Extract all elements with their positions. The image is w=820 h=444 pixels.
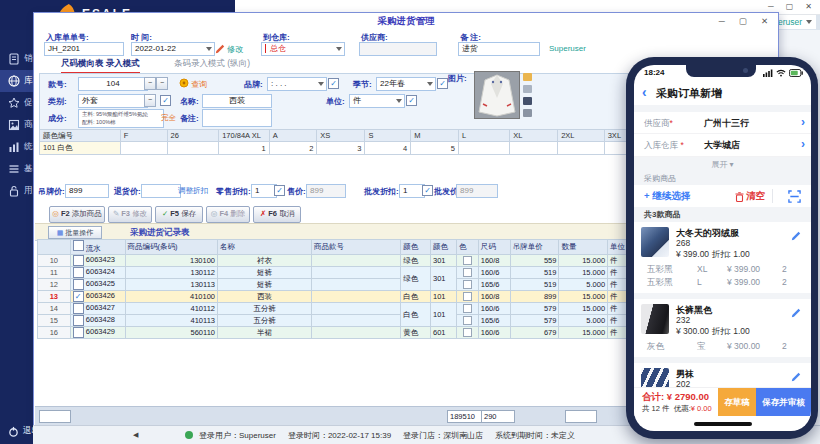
clear-button[interactable]: 清空	[735, 190, 765, 203]
product-thumbnail	[641, 227, 669, 257]
style-minus2-button[interactable]: −	[156, 77, 168, 90]
power-icon	[8, 426, 19, 437]
supplier-input[interactable]	[359, 42, 437, 56]
brand-checkbox[interactable]	[328, 78, 339, 89]
dialog-maximize-icon[interactable]: ▢	[739, 16, 747, 26]
close-icon[interactable]: ✕	[805, 1, 812, 12]
pic-phone-icon[interactable]	[523, 97, 532, 105]
wholesale-price-input[interactable]: 899	[456, 184, 498, 198]
sidebar-item-6[interactable]: 用户	[0, 180, 33, 202]
query-link[interactable]: 查询	[191, 79, 207, 90]
sidebar-item-1[interactable]: 库存	[0, 70, 33, 92]
matrix-qty-cell[interactable]	[167, 142, 219, 155]
continue-select-button[interactable]: + 继续选择	[644, 190, 690, 203]
matrix-qty-cell[interactable]	[120, 142, 167, 155]
delete-button[interactable]: ◎ F4 删除	[206, 206, 250, 223]
return-price-input[interactable]	[141, 184, 181, 198]
battery-icon	[789, 69, 803, 77]
row-checkbox[interactable]	[73, 267, 84, 278]
supplier-field[interactable]: 供应商* 广州十三行 ›	[634, 112, 811, 134]
note-input[interactable]	[202, 109, 272, 127]
warehouse-select[interactable]: 总仓	[261, 42, 345, 56]
remark-input[interactable]: 进货	[458, 42, 540, 56]
pic-delete-icon[interactable]	[523, 85, 532, 93]
chart-icon	[8, 141, 20, 153]
tab-barcode-mode[interactable]: 条码录入模式 (纵向)	[174, 58, 250, 70]
modify-button[interactable]: ✎ F3 修改	[108, 206, 152, 223]
tab-size-grid-mode[interactable]: 尺码横向表 录入模式	[61, 58, 140, 74]
expand-toggle[interactable]: 展开 ▾	[634, 157, 811, 172]
brand-select[interactable]: : . . .	[267, 77, 327, 91]
matrix-qty-cell[interactable]: 4	[365, 142, 411, 155]
edit-pencil-icon[interactable]	[791, 308, 801, 318]
warehouse-field-value: 大学城店	[704, 139, 740, 152]
minimize-icon[interactable]: ─	[768, 1, 774, 12]
wholesale-checkbox[interactable]	[422, 185, 433, 196]
add-product-button[interactable]: ◎ F2 添加商品	[49, 206, 105, 223]
unit-select[interactable]: 件	[349, 94, 405, 108]
cancel-button[interactable]: ✗ F6 取消	[253, 206, 301, 223]
collapse-arrow-icon[interactable]: ◀	[133, 431, 138, 439]
sidebar-item-3[interactable]: 商品	[0, 114, 33, 136]
matrix-qty-cell[interactable]: 5	[411, 142, 459, 155]
adjust-discount-link[interactable]: 调整折扣	[178, 186, 208, 196]
unit-checkbox[interactable]	[406, 95, 417, 106]
row-checkbox[interactable]	[73, 327, 84, 338]
color-swatch	[463, 280, 472, 289]
sidebar-item-2[interactable]: 促销	[0, 92, 33, 114]
matrix-qty-cell[interactable]	[458, 142, 509, 155]
row-checkbox[interactable]	[73, 303, 84, 314]
modify-link[interactable]: 修改	[227, 44, 243, 55]
composition-input[interactable]: 主料: 95%聚酯纤维5%氨纶 配料: 100%棉	[78, 109, 164, 128]
season-checkbox[interactable]	[437, 78, 448, 89]
color-swatch	[463, 328, 472, 337]
complete-link[interactable]: 完全	[161, 113, 176, 123]
matrix-qty-cell[interactable]: 2	[269, 142, 317, 155]
scan-icon[interactable]	[788, 189, 801, 207]
save-button[interactable]: ✓ F5 保存	[155, 206, 203, 223]
maximize-icon[interactable]: ▢	[786, 1, 794, 12]
edit-pencil-icon[interactable]	[791, 231, 801, 241]
row-checkbox[interactable]	[73, 255, 84, 266]
retail-checkbox[interactable]	[274, 185, 285, 196]
name-input[interactable]: 西装	[202, 94, 272, 108]
retail-price-input[interactable]: 899	[306, 184, 346, 198]
dialog-user-hint: Superuser	[549, 44, 586, 53]
style-no-input[interactable]: 104	[78, 77, 148, 91]
edit-pencil-icon[interactable]	[791, 372, 801, 382]
back-chevron-icon[interactable]: ‹	[642, 83, 647, 101]
sidebar-item-4[interactable]: 统计	[0, 136, 33, 158]
row-checkbox[interactable]	[73, 291, 84, 302]
dialog-close-icon[interactable]: ✕	[761, 16, 768, 26]
matrix-qty-cell[interactable]: 3	[317, 142, 365, 155]
warehouse-field[interactable]: 入库仓库 * 大学城店 ›	[634, 134, 811, 157]
home-indicator[interactable]	[694, 422, 752, 426]
season-select[interactable]: 22年春	[376, 77, 436, 91]
season-label: 季节:	[353, 79, 372, 90]
category-minus-button[interactable]: −	[144, 94, 156, 107]
save-draft-button[interactable]: 存草稿	[718, 388, 756, 416]
category-checkbox[interactable]	[160, 95, 171, 106]
dialog-minimize-icon[interactable]: ─	[719, 16, 725, 26]
matrix-qty-cell[interactable]	[510, 142, 558, 155]
pic-open-icon[interactable]	[523, 73, 532, 81]
wholesale-discount-label: 批发折扣:	[364, 186, 399, 197]
tag-price-input[interactable]: 899	[65, 184, 109, 198]
style-minus-button[interactable]: −	[144, 77, 156, 90]
matrix-qty-cell[interactable]: 1	[219, 142, 270, 155]
sidebar-item-0[interactable]: 销售	[0, 48, 33, 70]
matrix-header: XS	[317, 130, 365, 142]
date-select[interactable]: 2022-01-22	[131, 42, 215, 56]
bill-no-input[interactable]: JH_2201	[44, 42, 124, 56]
save-and-audit-button[interactable]: 保存并审核	[756, 388, 811, 416]
matrix-qty-cell[interactable]	[558, 142, 605, 155]
variant-row: 灰色宝¥ 300.002	[634, 341, 811, 354]
batch-operation-button[interactable]: ▦ 批量操作	[48, 226, 102, 239]
edit-pencil-icon[interactable]	[215, 44, 225, 54]
sidebar-item-exit[interactable]: 退出	[0, 422, 33, 440]
row-checkbox[interactable]	[73, 279, 84, 290]
row-checkbox[interactable]	[73, 315, 84, 326]
pic-camera-icon[interactable]	[523, 109, 532, 117]
sidebar-item-5[interactable]: 基本	[0, 158, 33, 180]
category-input[interactable]: 外套	[78, 94, 148, 108]
